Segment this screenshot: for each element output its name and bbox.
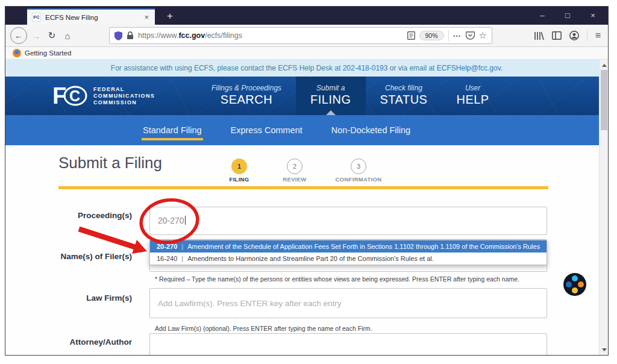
scroll-down-button[interactable] [600, 345, 608, 354]
step-1-label: FILING [211, 176, 267, 183]
browser-titlebar: FC ECFS New Filing × + – □ × [5, 7, 608, 25]
bookmarks-bar: Getting Started [5, 47, 608, 60]
filing-form-content: Submit a Filing 1 FILING 2 REVIEW 3 CONF… [5, 145, 608, 355]
help-text: For assistance with using ECFS, please c… [111, 64, 343, 72]
filers-help-text: * Required – Type the name(s) of the per… [155, 275, 519, 283]
suggestion-divider: | [181, 243, 183, 250]
page-title: Submit a Filing [58, 154, 162, 172]
nav-help-eyebrow: User [456, 84, 489, 92]
bookmark-star-icon[interactable]: ☆ [479, 30, 487, 41]
nav-status[interactable]: Check filing STATUS [366, 77, 442, 115]
yellow-divider [58, 186, 548, 189]
screenshot-canvas: FC ECFS New Filing × + – □ × ← → ↻ ⌂ [0, 0, 617, 364]
proceedings-label: Proceeding(s) [30, 211, 132, 220]
nav-help[interactable]: User HELP [442, 77, 503, 115]
maximize-button[interactable]: □ [555, 7, 580, 25]
nav-submit-filing[interactable]: Submit a FILING [296, 77, 365, 115]
scroll-up-button[interactable] [600, 61, 608, 69]
fcc-logo-text: FEDERAL COMMUNICATIONS COMMISSION [93, 86, 155, 106]
sidebar-icon[interactable] [552, 31, 562, 40]
minimize-button[interactable]: – [530, 7, 555, 25]
nav-status-eyebrow: Check filing [380, 84, 428, 92]
refresh-icon[interactable]: ↻ [44, 30, 60, 41]
url-text: https://www.fcc.gov/ecfs/filings [138, 31, 403, 40]
nav-help-label: HELP [456, 92, 489, 107]
nav-filing-label: FILING [310, 92, 351, 107]
fcc-logo[interactable]: F C FEDERAL COMMUNICATIONS COMMISSION [54, 83, 155, 108]
help-email-link[interactable]: ECFSHelp@fcc.gov [437, 64, 501, 72]
widget-dot-yellow [572, 287, 578, 293]
step-1-circle: 1 [231, 158, 247, 174]
law-firms-input[interactable] [149, 288, 547, 318]
vertical-scrollbar[interactable] [599, 60, 608, 355]
suggestion-divider: | [181, 255, 183, 262]
suggestion-code: 16-240 [157, 255, 177, 262]
nav-search-eyebrow: Filings & Proceedings [211, 84, 281, 92]
new-tab-button[interactable]: + [162, 8, 178, 24]
suggestion-16-240[interactable]: 16-240 | Amendments to Harmonize and Str… [150, 253, 547, 265]
url-prefix: https://www. [138, 31, 178, 40]
attorney-label: Attorney/Author [30, 337, 132, 347]
filers-label: Name(s) of Filer(s) [30, 252, 132, 261]
close-tab-icon[interactable]: × [143, 13, 150, 22]
step-3-circle: 3 [351, 158, 366, 174]
help-text-after: . [501, 64, 503, 72]
browser-window: FC ECFS New Filing × + – □ × ← → ↻ ⌂ [5, 6, 609, 356]
nav-search-label: SEARCH [211, 92, 281, 107]
suggestion-code: 20-270 [157, 243, 177, 250]
tab-title: ECFS New Filing [45, 14, 139, 21]
attorney-input[interactable] [149, 333, 547, 355]
tracking-shield-icon[interactable] [114, 31, 122, 40]
proceeding-suggestions-dropdown: 20-270 | Amendment of the Schedule of Ap… [149, 240, 547, 265]
page-actions-icon[interactable]: ⋯ [453, 31, 462, 40]
browser-tab[interactable]: FC ECFS New Filing × [27, 8, 155, 25]
window-controls: – □ × [530, 7, 606, 25]
suggestion-description: Amendments to Harmonize and Streamline P… [187, 255, 434, 262]
nav-filing-eyebrow: Submit a [310, 84, 351, 92]
back-icon: ← [14, 31, 23, 40]
step-indicator: 1 FILING 2 REVIEW 3 CONFIRMATION [211, 158, 395, 183]
tab-non-docketed-filing[interactable]: Non-Docketed Filing [331, 115, 410, 145]
toolbar-right-icons: ≡ [534, 30, 603, 41]
step-2-circle: 2 [287, 158, 302, 174]
nav-search[interactable]: Filings & Proceedings SEARCH [197, 77, 296, 115]
step-2-label: REVIEW [267, 176, 322, 183]
account-icon[interactable] [569, 31, 579, 40]
fcc-logo-icon: F C [54, 83, 87, 108]
proceedings-input[interactable]: 20-270 [149, 207, 547, 235]
reader-mode-icon[interactable] [407, 31, 415, 40]
law-firms-help-text: Add Law Firm(s) (optional). Press ENTER … [155, 325, 372, 332]
bookmark-getting-started[interactable]: Getting Started [25, 49, 71, 57]
main-nav-items: Filings & Proceedings SEARCH Submit a FI… [197, 77, 504, 115]
ecfs-help-strip: For assistance with using ECFS, please c… [5, 60, 608, 77]
library-icon[interactable] [534, 31, 544, 40]
page-zoom-indicator[interactable]: 90% [419, 31, 444, 40]
toolbar-separator [587, 30, 587, 41]
url-domain: fcc.gov [178, 31, 205, 40]
help-phone-link[interactable]: 202-418-0193 [343, 64, 388, 72]
filing-type-subnav: Standard Filing Express Comment Non-Dock… [5, 115, 608, 145]
fcc-favicon-icon: FC [32, 13, 41, 22]
scrollbar-thumb[interactable] [601, 70, 607, 130]
pocket-icon[interactable] [466, 31, 475, 40]
accessibility-widget-icon[interactable] [563, 273, 586, 296]
menu-icon[interactable]: ≡ [595, 30, 601, 41]
tab-standard-filing[interactable]: Standard Filing [143, 115, 202, 145]
back-button[interactable]: ← [10, 27, 27, 44]
lock-icon[interactable] [127, 31, 134, 40]
law-firms-label: Law Firm(s) [30, 293, 132, 303]
address-bar[interactable]: https://www.fcc.gov/ecfs/filings 90% ⋯ ☆ [109, 27, 492, 44]
suggestion-20-270[interactable]: 20-270 | Amendment of the Schedule of Ap… [150, 240, 547, 253]
close-window-button[interactable]: × [580, 7, 606, 25]
home-icon[interactable]: ⌂ [60, 31, 75, 41]
widget-dot-blue [566, 281, 572, 287]
svg-text:C: C [69, 87, 80, 104]
forward-icon[interactable]: → [28, 31, 44, 41]
widget-dot-orange [578, 281, 584, 287]
step-confirmation: 3 CONFIRMATION [322, 158, 395, 183]
step-review: 2 REVIEW [267, 158, 322, 183]
active-nav-caret [326, 110, 336, 115]
help-text-mid: or via email at [387, 64, 436, 72]
nav-status-label: STATUS [380, 92, 428, 107]
tab-express-comment[interactable]: Express Comment [231, 115, 302, 145]
